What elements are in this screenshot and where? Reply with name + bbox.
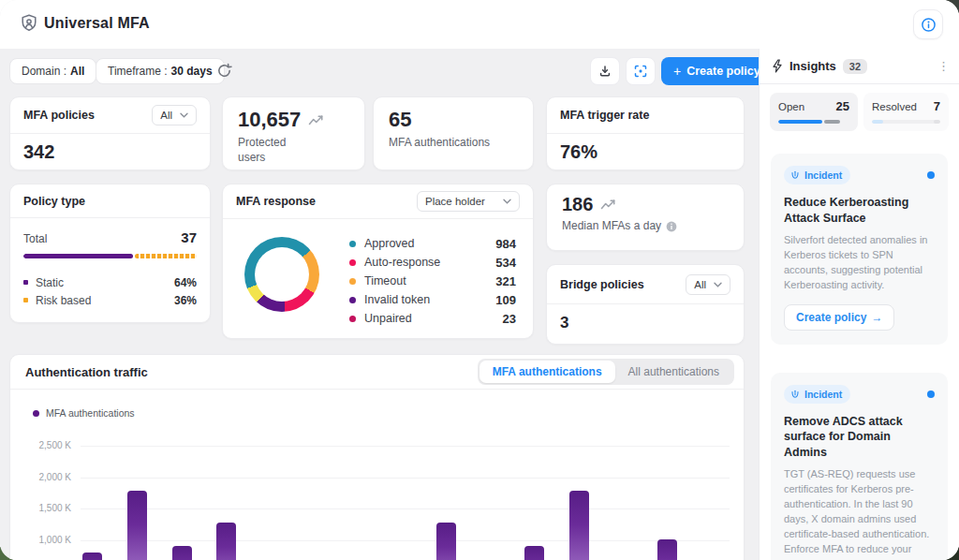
insight-description: Silverfort detected anomalies in Kerbero… <box>784 233 935 293</box>
approved-value: 984 <box>495 237 516 251</box>
top-bar: Universal MFA <box>0 0 959 49</box>
chevron-down-icon <box>180 112 188 118</box>
traffic-bar <box>524 546 544 560</box>
create-policy-button[interactable]: + Create policy <box>661 57 773 85</box>
create-policy-label: Create policy <box>686 65 760 78</box>
mfa-policies-filter-select[interactable]: All <box>152 105 197 125</box>
policy-type-legend-row: Static 64% <box>23 273 197 291</box>
domain-filter-chip[interactable]: Domain : All <box>9 58 96 84</box>
mfa-policies-filter-value: All <box>160 110 172 121</box>
legend-row-timeout: Timeout 321 <box>349 272 516 290</box>
static-legend-pct: 64% <box>174 276 197 289</box>
resolved-progress <box>872 120 940 124</box>
approved-label: Approved <box>364 237 415 250</box>
traffic-bars-plot <box>10 355 744 560</box>
median-mfas-label: Median MFAs a day <box>562 219 661 234</box>
incident-badge-label: Incident <box>804 389 842 400</box>
mfa-trigger-rate-value: 76% <box>547 134 744 170</box>
chevron-down-icon <box>503 199 511 204</box>
timeframe-filter-chip[interactable]: Timeframe : 30 days <box>96 58 225 84</box>
static-legend-label: Static <box>36 276 64 289</box>
insight-title: Reduce Kerberoasting Attack Surface <box>784 195 935 226</box>
approved-dot <box>349 241 356 247</box>
authentication-traffic-card: Authentication traffic MFA authenticatio… <box>9 354 745 560</box>
insight-title: Remove ADCS attack surface for Domain Ad… <box>784 414 935 461</box>
policy-type-total-label: Total <box>23 232 47 245</box>
policy-type-legend-row: Risk based 36% <box>23 291 197 309</box>
page-title: Universal MFA <box>44 15 150 32</box>
policy-type-static-segment <box>23 254 133 258</box>
refresh-button[interactable] <box>216 63 232 79</box>
risk-legend-swatch <box>23 298 28 302</box>
timeframe-filter-label: Timeframe : <box>108 65 168 78</box>
mfa-response-legend: Approved 984 Auto-response 534 Timeout 3… <box>349 234 516 328</box>
unread-dot <box>927 391 935 398</box>
risk-legend-pct: 36% <box>174 294 197 307</box>
refresh-icon <box>216 63 232 79</box>
tab-open[interactable]: Open 25 <box>770 93 858 131</box>
mfa-policies-card: MFA policies All 342 <box>9 96 211 170</box>
info-tooltip-icon <box>666 221 677 232</box>
auto-response-label: Auto-response <box>364 256 440 269</box>
traffic-bar <box>657 539 677 560</box>
download-button[interactable] <box>590 57 620 85</box>
timeframe-filter-value: 30 days <box>171 65 213 78</box>
incident-icon <box>790 390 800 399</box>
traffic-bar <box>82 553 102 560</box>
scan-frame-icon <box>634 65 647 78</box>
chevron-down-icon <box>714 282 722 287</box>
mfa-authentications-value: 65 <box>389 108 411 132</box>
median-mfas-value: 186 <box>562 194 593 215</box>
bridge-policies-filter-select[interactable]: All <box>686 274 730 295</box>
bridge-policies-value: 3 <box>547 304 744 342</box>
unpaired-value: 23 <box>503 312 516 326</box>
scan-button[interactable] <box>626 57 656 85</box>
trend-up-icon <box>600 199 616 211</box>
domain-filter-value: All <box>70 65 84 78</box>
unpaired-label: Unpaired <box>364 312 412 325</box>
traffic-bar <box>127 491 147 560</box>
arrow-right-icon: → <box>871 311 882 324</box>
insight-description: TGT (AS-REQ) requests use certificates f… <box>784 467 935 560</box>
auto-response-dot <box>349 259 356 266</box>
invalid-token-value: 109 <box>495 293 516 307</box>
mfa-response-card: MFA response Place holder Approved 984 A… <box>222 184 534 339</box>
open-count: 25 <box>836 99 849 113</box>
protected-users-card: 10,657 Protected users <box>222 96 365 170</box>
download-icon <box>598 65 612 78</box>
protected-users-value: 10,657 <box>238 108 301 132</box>
universal-mfa-app: Universal MFA Domain : All Timeframe : 3… <box>0 0 959 560</box>
info-button[interactable] <box>913 9 943 39</box>
create-policy-cta[interactable]: Create policy → <box>784 304 894 331</box>
mfa-response-filter-select[interactable]: Place holder <box>417 191 520 212</box>
invalid-token-dot <box>349 297 356 303</box>
policy-type-title: Policy type <box>23 195 85 208</box>
insight-card-kerberoasting[interactable]: Incident Reduce Kerberoasting Attack Sur… <box>771 154 948 345</box>
legend-row-approved: Approved 984 <box>349 234 516 253</box>
unpaired-dot <box>349 316 356 322</box>
policy-type-card: Policy type Total 37 Static 64% Risk bas… <box>9 184 211 323</box>
mfa-response-donut <box>244 237 319 312</box>
insights-header: Insights 32 ⋮ <box>760 49 959 84</box>
lightning-icon <box>772 59 783 73</box>
traffic-bar <box>172 546 192 560</box>
tab-resolved[interactable]: Resolved 7 <box>863 93 949 131</box>
mfa-authentications-card: 65 MFA authentications <box>373 96 534 170</box>
incident-icon <box>790 170 800 180</box>
legend-row-auto-response: Auto-response 534 <box>349 253 516 272</box>
incident-badge: Incident <box>784 166 850 184</box>
kebab-menu-icon[interactable]: ⋮ <box>937 60 950 72</box>
open-progress <box>778 120 849 124</box>
legend-row-unpaired: Unpaired 23 <box>349 309 516 328</box>
insight-card-adcs-domain-admins[interactable]: Incident Remove ADCS attack surface for … <box>771 373 948 560</box>
policy-type-risk-segment <box>135 254 197 258</box>
mfa-authentications-label: MFA authentications <box>389 136 492 151</box>
resolved-count: 7 <box>934 99 940 113</box>
legend-row-invalid-token: Invalid token 109 <box>349 290 516 309</box>
info-icon <box>921 17 937 33</box>
open-label: Open <box>778 101 804 112</box>
timeout-label: Timeout <box>364 274 406 287</box>
median-mfas-card: 186 Median MFAs a day <box>546 184 745 251</box>
protected-users-label: Protected users <box>238 136 313 165</box>
auto-response-value: 534 <box>495 256 516 270</box>
